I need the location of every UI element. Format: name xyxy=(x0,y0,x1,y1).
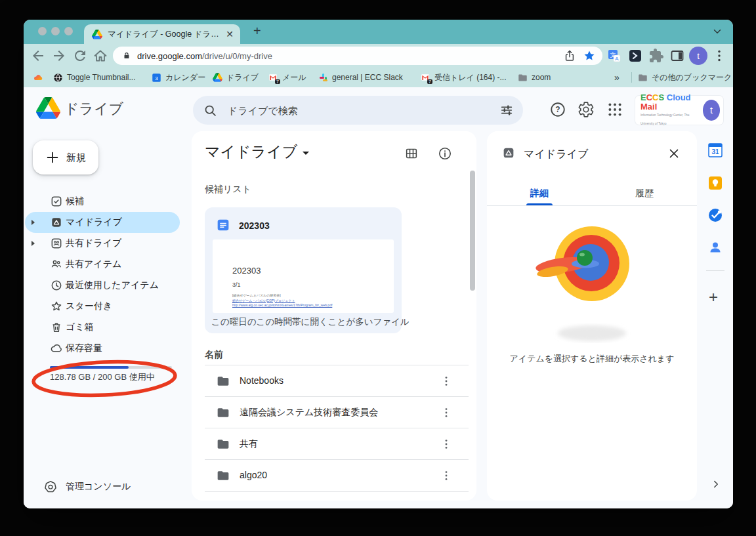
file-row[interactable]: 共有 xyxy=(192,428,476,460)
new-tab-button[interactable]: + xyxy=(253,24,261,39)
bookmark-item[interactable]: Toggle Thumbnail... xyxy=(53,68,136,87)
hide-side-panel-chevron-icon[interactable] xyxy=(710,478,722,490)
admin-console-icon xyxy=(43,480,58,494)
reload-icon[interactable] xyxy=(72,48,88,64)
trash-icon xyxy=(50,321,63,334)
more-options-icon[interactable] xyxy=(440,374,453,388)
tab-title: マイドライブ - Google ドライブ xyxy=(108,29,220,40)
sidebar-item-suggested[interactable]: 候補 xyxy=(25,191,180,212)
bookmark-item[interactable]: ドライブ xyxy=(213,68,259,87)
share-icon[interactable] xyxy=(563,49,576,62)
suggested-file-card[interactable]: 202303 202303 3/1 [組合せゲームとパズルの研究会] 組合せゲー… xyxy=(205,207,402,333)
extensions-puzzle-icon[interactable] xyxy=(648,48,664,64)
slack-icon xyxy=(319,73,328,82)
clock-icon xyxy=(50,279,63,292)
sidebar-item-shared-with-me[interactable]: 共有アイテム xyxy=(25,254,180,275)
translate-extension-icon[interactable]: 文 A xyxy=(606,48,622,64)
dark-extension-icon[interactable] xyxy=(627,48,643,64)
my-drive-icon xyxy=(50,216,63,229)
drive-logo-icon xyxy=(36,97,60,119)
more-options-icon[interactable] xyxy=(440,437,453,451)
new-button[interactable]: 新規 xyxy=(33,140,98,175)
admin-console-button[interactable]: 管理コンソール xyxy=(43,480,131,494)
back-icon[interactable] xyxy=(30,48,46,64)
empty-state-illustration xyxy=(487,216,697,348)
drive-favicon-icon xyxy=(92,30,102,39)
eccs-account-badge[interactable]: ECCS Cloud Mail Information Technology C… xyxy=(635,96,723,125)
bookmark-item[interactable] xyxy=(33,68,47,87)
bookmark-star-icon[interactable] xyxy=(583,49,596,62)
drive-profile-avatar[interactable]: t xyxy=(703,100,720,121)
app-name: ドライブ xyxy=(64,99,123,119)
bookmarks-overflow-chevron[interactable]: » xyxy=(614,68,620,87)
settings-gear-icon[interactable] xyxy=(578,101,595,118)
sidebar-item-recent[interactable]: 最近使用したアイテム xyxy=(25,275,180,296)
column-header-name[interactable]: 名前 xyxy=(205,349,223,361)
file-list-panel: マイドライブ 候補リスト 202303 202303 3/1 xyxy=(192,131,476,501)
apps-grid-icon[interactable] xyxy=(606,101,623,118)
file-row[interactable]: 遠隔会議システム技術審査委員会 xyxy=(192,397,476,428)
more-options-icon[interactable] xyxy=(440,405,453,420)
preview-body: [組合せゲームとパズルの研究会] 組合せゲーム・パズル(CGP)プロジェクト h… xyxy=(232,293,332,308)
sidebar-item-my-drive[interactable]: マイドライブ xyxy=(25,212,180,233)
bookmark-item[interactable]: 3 カレンダー xyxy=(152,68,205,87)
expand-arrow-icon[interactable] xyxy=(32,241,35,246)
info-icon[interactable] xyxy=(438,146,452,161)
storage-progress-fill xyxy=(50,366,129,369)
scrollbar-thumb[interactable] xyxy=(470,171,475,291)
tab-close-icon[interactable]: ✕ xyxy=(226,30,234,39)
folder-icon xyxy=(217,406,230,419)
calendar-bookmark-icon: 3 xyxy=(152,73,161,83)
close-window-button[interactable] xyxy=(38,27,47,35)
file-row[interactable]: algo20 xyxy=(192,460,476,491)
cloud-icon xyxy=(50,342,63,355)
side-panel-icon[interactable] xyxy=(669,48,685,64)
home-icon[interactable] xyxy=(93,48,108,64)
svg-text:31: 31 xyxy=(711,148,719,155)
forward-icon[interactable] xyxy=(51,48,67,64)
google-tasks-icon[interactable] xyxy=(707,207,723,223)
google-contacts-icon[interactable] xyxy=(707,239,723,255)
tab-details[interactable]: 詳細 xyxy=(487,188,592,199)
url-bar[interactable]: drive.google.com /drive/u/0/my-drive xyxy=(113,47,602,65)
minimize-window-button[interactable] xyxy=(51,27,60,35)
storage-progress-bar xyxy=(50,366,172,369)
expand-arrow-icon[interactable] xyxy=(32,220,35,225)
more-options-icon[interactable] xyxy=(440,468,453,483)
bookmark-item[interactable]: 7 メール xyxy=(268,68,306,87)
search-bar[interactable] xyxy=(193,96,523,125)
grid-view-icon[interactable] xyxy=(404,146,419,161)
help-icon[interactable]: ? xyxy=(549,101,566,118)
file-row[interactable]: Notebooks xyxy=(192,365,476,397)
browser-tab[interactable]: マイドライブ - Google ドライブ ✕ xyxy=(84,24,240,44)
drive-app: ドライブ ? ECCS Cloud Ma xyxy=(24,87,733,508)
folder-icon xyxy=(217,375,230,388)
zoom-window-button[interactable] xyxy=(64,27,73,35)
sidebar-item-starred[interactable]: スター付き xyxy=(25,296,180,317)
details-panel: マイドライブ 詳細 履歴 アイテムを選択すると詳細が表示されます xyxy=(487,131,697,501)
google-keep-icon[interactable] xyxy=(707,175,723,191)
search-input[interactable] xyxy=(226,104,499,117)
sidebar-item-storage[interactable]: 保存容量 xyxy=(25,338,180,359)
sidebar-item-shared-drives[interactable]: 共有ドライブ xyxy=(25,233,180,254)
tab-activity[interactable]: 履歴 xyxy=(592,188,697,199)
location-title[interactable]: マイドライブ xyxy=(205,142,309,162)
sidebar-item-trash[interactable]: ゴミ箱 xyxy=(25,317,180,338)
folder-icon xyxy=(217,469,230,482)
get-add-ons-button[interactable]: + xyxy=(709,288,718,306)
browser-window: マイドライブ - Google ドライブ ✕ + drive.google.co… xyxy=(24,20,733,508)
close-icon[interactable] xyxy=(667,146,681,161)
google-calendar-icon[interactable]: 31 xyxy=(707,142,723,158)
profile-avatar[interactable]: t xyxy=(689,47,707,65)
tab-search-chevron-icon[interactable] xyxy=(711,26,723,37)
star-icon xyxy=(50,300,63,313)
other-bookmarks-button[interactable]: その他のブックマーク xyxy=(638,68,732,87)
bookmark-item[interactable]: general | ECC Slack xyxy=(319,68,403,87)
file-preview-thumbnail: 202303 3/1 [組合せゲームとパズルの研究会] 組合せゲーム・パズル(C… xyxy=(213,239,394,313)
check-square-icon xyxy=(50,195,63,208)
bookmark-item[interactable]: 7 受信トレイ (164) -... xyxy=(420,68,507,87)
url-host: drive.google.com xyxy=(137,51,202,61)
search-options-tune-icon[interactable] xyxy=(499,103,514,117)
browser-menu-icon[interactable] xyxy=(711,48,727,64)
bookmark-item[interactable]: zoom xyxy=(518,68,551,87)
